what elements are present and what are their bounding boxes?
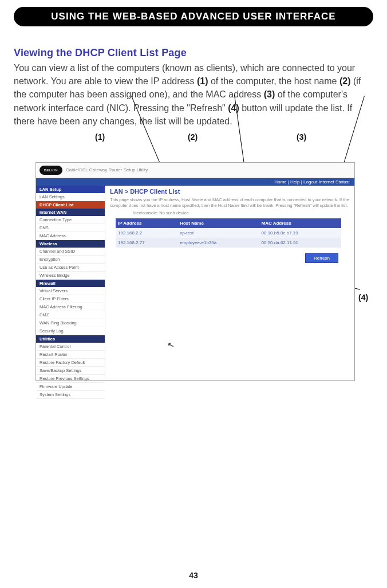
ref-1: (1) xyxy=(197,76,208,86)
shot-content: LAN > DHCP Client List This page shows y… xyxy=(105,186,354,379)
callout-4: (4) xyxy=(358,293,368,302)
td-ip: 192.168.2.2 xyxy=(116,228,177,238)
body-text-b: of the computer, the host name xyxy=(208,76,339,86)
side-cif[interactable]: Client IP Filters xyxy=(36,295,105,303)
dhcp-table: IP Address Host Name MAC Address 192.168… xyxy=(116,218,341,248)
side-maf[interactable]: MAC Address Filtering xyxy=(36,303,105,311)
th-ip: IP Address xyxy=(116,218,177,228)
side-sbs[interactable]: Save/Backup Settings xyxy=(36,367,105,375)
side-rps[interactable]: Restore Previous Settings xyxy=(36,375,105,383)
side-dhcp-active[interactable]: DHCP Client List xyxy=(36,201,105,209)
side-ss[interactable]: System Settings xyxy=(36,391,105,399)
shot-sidebar: LAN Setup LAN Settings DHCP Client List … xyxy=(36,186,105,379)
ref-4: (4) xyxy=(228,103,239,113)
side-dmz[interactable]: DMZ xyxy=(36,311,105,319)
page-header-bar: USING THE WEB-BASED ADVANCED USER INTERF… xyxy=(14,7,373,26)
side-mac[interactable]: MAC Address xyxy=(36,232,105,240)
side-ap[interactable]: Use as Access Point xyxy=(36,264,105,272)
shot-topbar: BELKIN Cable/DSL Gateway Router Setup Ut… xyxy=(36,163,354,178)
side-vs[interactable]: Virtual Servers xyxy=(36,287,105,295)
table-row: 192.168.2.2 xp-test 00.10.b5.0c.b7.19 xyxy=(116,228,341,238)
side-pc[interactable]: Parental Control xyxy=(36,343,105,351)
td-mac: 00.10.b5.0c.b7.19 xyxy=(259,228,341,238)
section-title: Viewing the DHCP Client List Page xyxy=(14,47,373,59)
router-screenshot: BELKIN Cable/DSL Gateway Router Setup Ut… xyxy=(35,162,355,381)
refresh-button[interactable]: Refresh xyxy=(305,253,338,263)
td-mac: 00.50.da.62.11.61 xyxy=(259,238,341,248)
console-msg: /dev/console: No such device xyxy=(133,210,350,216)
side-lan-settings[interactable]: LAN Settings xyxy=(36,193,105,201)
side-fu[interactable]: Firmware Update xyxy=(36,383,105,391)
th-mac: MAC Address xyxy=(259,218,341,228)
table-row: 192.168.2.77 employee-e1b35a 00.50.da.62… xyxy=(116,238,341,248)
page-number: 43 xyxy=(0,571,387,580)
side-internet-wan[interactable]: Internet WAN xyxy=(36,209,105,216)
ref-3: (3) xyxy=(264,89,275,99)
side-encrypt[interactable]: Encryption xyxy=(36,256,105,264)
side-rfd[interactable]: Restore Factory Default xyxy=(36,359,105,367)
shot-bluebar: Home | Help | Logout Internet Status: xyxy=(36,178,354,186)
th-host: Host Name xyxy=(177,218,259,228)
breadcrumb: LAN > DHCP Client List xyxy=(110,188,350,195)
figure-wrap: (1) (2) (3) (4) BELKIN Cable/DSL Gateway… xyxy=(16,132,371,390)
side-utilities[interactable]: Utilities xyxy=(36,335,105,343)
td-host: employee-e1b35a xyxy=(177,238,259,248)
side-slog[interactable]: Security Log xyxy=(36,327,105,335)
utility-title: Cable/DSL Gateway Router Setup Utility xyxy=(66,167,148,173)
side-rr[interactable]: Restart Router xyxy=(36,351,105,359)
side-wpb[interactable]: WAN Ping Blocking xyxy=(36,319,105,327)
td-ip: 192.168.2.77 xyxy=(116,238,177,248)
side-bridge[interactable]: Wireless Bridge xyxy=(36,272,105,280)
callout-2: (2) xyxy=(188,132,198,142)
td-host: xp-test xyxy=(177,228,259,238)
page-desc: This page shows you the IP address, Host… xyxy=(110,197,350,209)
side-conn-type[interactable]: Connection Type xyxy=(36,216,105,224)
shot-main: LAN Setup LAN Settings DHCP Client List … xyxy=(36,186,354,379)
body-paragraph: You can view a list of the computers (kn… xyxy=(14,61,373,128)
side-channel[interactable]: Channel and SSID xyxy=(36,248,105,256)
side-lan-setup[interactable]: LAN Setup xyxy=(36,186,105,193)
side-wireless[interactable]: Wireless xyxy=(36,240,105,248)
side-dns[interactable]: DNS xyxy=(36,224,105,232)
side-firewall[interactable]: Firewall xyxy=(36,280,105,287)
callout-3: (3) xyxy=(297,132,306,142)
ref-2: (2) xyxy=(339,76,351,86)
callout-1: (1) xyxy=(95,132,105,142)
belkin-logo: BELKIN xyxy=(40,166,62,175)
table-header-row: IP Address Host Name MAC Address xyxy=(116,218,341,228)
